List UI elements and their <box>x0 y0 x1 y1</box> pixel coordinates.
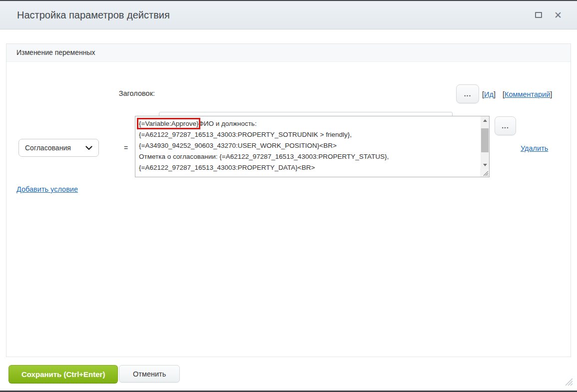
highlight-box: {=Variable:Approve} <box>139 120 198 127</box>
panel-section-title: Изменение переменных <box>6 44 571 62</box>
chevron-down-icon <box>85 146 92 150</box>
action-settings-dialog: Настройка параметров действия ✕ Изменени… <box>0 0 577 392</box>
id-link[interactable]: Ид <box>484 90 494 98</box>
scroll-up-icon[interactable] <box>481 116 489 125</box>
close-icon[interactable]: ✕ <box>554 10 562 20</box>
variable-select-value: Согласования <box>25 144 71 152</box>
expression-scrollbar[interactable] <box>481 116 489 169</box>
expression-textarea[interactable]: {=Variable:Approve}ФИО и должность: {=A6… <box>135 116 490 177</box>
delete-link[interactable]: Удалить <box>521 144 548 152</box>
title-field-label: Заголовок: <box>90 89 155 97</box>
window-resize-grip[interactable] <box>562 375 573 388</box>
dialog-titlebar: Настройка параметров действия ✕ <box>0 1 577 29</box>
expression-line: {=Variable:Approve}ФИО и должность: <box>139 118 478 129</box>
expression-line-text: ФИО и должность: <box>198 120 256 127</box>
scrollbar-thumb[interactable] <box>481 128 489 152</box>
window-controls: ✕ <box>535 10 562 20</box>
add-condition-link[interactable]: Добавить условие <box>16 185 78 193</box>
bracket-close: ] <box>494 90 496 98</box>
expression-line: Отметка о согласовании: {=A62122_97287_1… <box>139 151 478 162</box>
resize-grip-icon <box>483 170 489 176</box>
comment-link-group: [Комментарий] <box>503 90 552 99</box>
cancel-button[interactable]: Отменить <box>119 365 180 383</box>
expression-line: {=A34930_94252_90603_43270:USER_WORK_POS… <box>139 140 478 151</box>
title-dots-button[interactable]: ... <box>456 84 479 103</box>
maximize-icon[interactable] <box>535 12 542 18</box>
expression-text: {=Variable:Approve}ФИО и должность: {=A6… <box>139 118 478 173</box>
expression-dots-button[interactable]: ... <box>495 116 516 135</box>
dialog-title: Настройка параметров действия <box>17 9 170 21</box>
comment-link[interactable]: Комментарий <box>505 90 550 98</box>
equals-sign: = <box>124 144 128 152</box>
expression-resize-corner[interactable] <box>480 168 489 177</box>
id-link-group: [Ид] <box>482 90 496 99</box>
expression-line: {=A62122_97287_16513_43003:PROPERTY_DATA… <box>139 162 478 173</box>
resize-grip-icon <box>562 375 573 386</box>
bracket-close: ] <box>550 90 552 98</box>
expression-line: {=A62122_97287_16513_43003:PROPERTY_SOTR… <box>139 129 478 140</box>
variable-select[interactable]: Согласования <box>18 139 99 157</box>
save-button[interactable]: Сохранить (Ctrl+Enter) <box>8 365 118 384</box>
title-links: [Ид] [Комментарий] <box>482 90 552 99</box>
